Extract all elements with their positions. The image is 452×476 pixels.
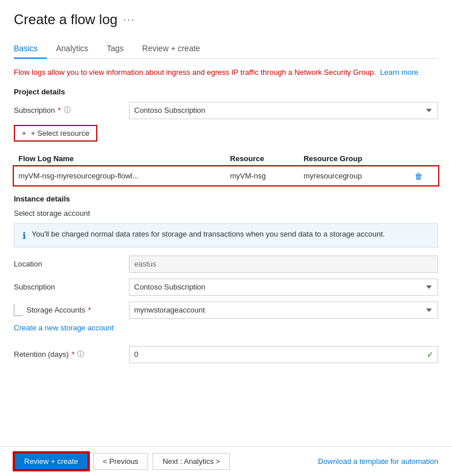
tab-analytics[interactable]: Analytics [47, 39, 97, 59]
next-analytics-button[interactable]: Next : Analytics > [153, 453, 230, 470]
retention-label: Retention (days) * ⓘ [14, 349, 129, 359]
storage-accounts-label: Storage Accounts * [26, 306, 91, 314]
info-banner-icon: ℹ [22, 230, 26, 241]
cell-flow-log-name: myVM-nsg-myresourcegroup-flowl... [14, 166, 226, 185]
page-title-container: Create a flow log ··· [14, 12, 438, 28]
instance-details-section: Instance details Select storage account … [14, 195, 438, 363]
indent-line [14, 304, 23, 316]
col-actions [410, 151, 438, 167]
tab-tags[interactable]: Tags [97, 39, 133, 59]
subscription-label: Subscription * ⓘ [14, 105, 129, 115]
plus-icon: + [22, 129, 26, 138]
resource-table: Flow Log Name Resource Resource Group my… [14, 151, 438, 185]
instance-subscription-row: Subscription Contoso Subscription [14, 279, 438, 296]
subscription-info-icon[interactable]: ⓘ [64, 105, 71, 115]
info-banner-text: You'll be charged normal data rates for … [32, 230, 385, 238]
storage-accounts-row: Storage Accounts * mynwstorageaccount [14, 302, 438, 319]
location-input [129, 256, 438, 273]
review-create-button[interactable]: Review + create [14, 452, 89, 470]
location-label: Location [14, 260, 129, 268]
cell-delete[interactable]: 🗑 [410, 166, 438, 185]
tab-bar: Basics Analytics Tags Review + create [14, 39, 438, 59]
tab-review-create[interactable]: Review + create [133, 39, 210, 59]
learn-more-link[interactable]: Learn more [380, 68, 418, 77]
instance-subscription-label: Subscription [14, 283, 129, 291]
subscription-row: Subscription * ⓘ Contoso Subscription [14, 102, 438, 119]
retention-input-wrapper: ✓ [129, 346, 438, 363]
page-title-dots: ··· [123, 14, 135, 26]
select-resource-button[interactable]: + + Select resource [14, 125, 97, 142]
table-row: myVM-nsg-myresourcegroup-flowl... myVM-n… [14, 166, 438, 185]
retention-row: Retention (days) * ⓘ ✓ [14, 346, 438, 363]
delete-icon[interactable]: 🗑 [415, 172, 423, 181]
col-resource: Resource [226, 151, 299, 167]
retention-input[interactable] [129, 346, 438, 363]
cell-resource: myVM-nsg [226, 166, 299, 185]
info-banner: ℹ You'll be charged normal data rates fo… [14, 223, 438, 247]
project-details-header: Project details [14, 87, 438, 96]
previous-button[interactable]: < Previous [93, 453, 149, 470]
download-template-link[interactable]: Download a template for automation [318, 457, 438, 466]
col-resource-group: Resource Group [299, 151, 410, 167]
location-row: Location [14, 256, 438, 273]
bottom-bar: Review + create < Previous Next : Analyt… [0, 446, 452, 476]
table-header-row: Flow Log Name Resource Resource Group [14, 151, 438, 167]
storage-accounts-select[interactable]: mynwstorageaccount [129, 302, 438, 319]
page-title: Create a flow log [14, 12, 117, 28]
tab-basics[interactable]: Basics [14, 39, 47, 59]
storage-label-wrapper: Storage Accounts * [14, 304, 129, 316]
retention-info-icon[interactable]: ⓘ [77, 349, 84, 359]
create-storage-link[interactable]: Create a new storage account [14, 323, 113, 332]
select-resource-label: + Select resource [31, 129, 90, 138]
subscription-select[interactable]: Contoso Subscription [129, 102, 438, 119]
cell-resource-group: myresourcegroup [299, 166, 410, 185]
col-flow-log-name: Flow Log Name [14, 151, 226, 167]
checkmark-icon: ✓ [427, 350, 434, 359]
info-description: Flow logs allow you to view information … [14, 67, 438, 78]
select-storage-subtitle: Select storage account [14, 209, 438, 218]
instance-details-header: Instance details [14, 195, 438, 203]
instance-subscription-select[interactable]: Contoso Subscription [129, 279, 438, 296]
